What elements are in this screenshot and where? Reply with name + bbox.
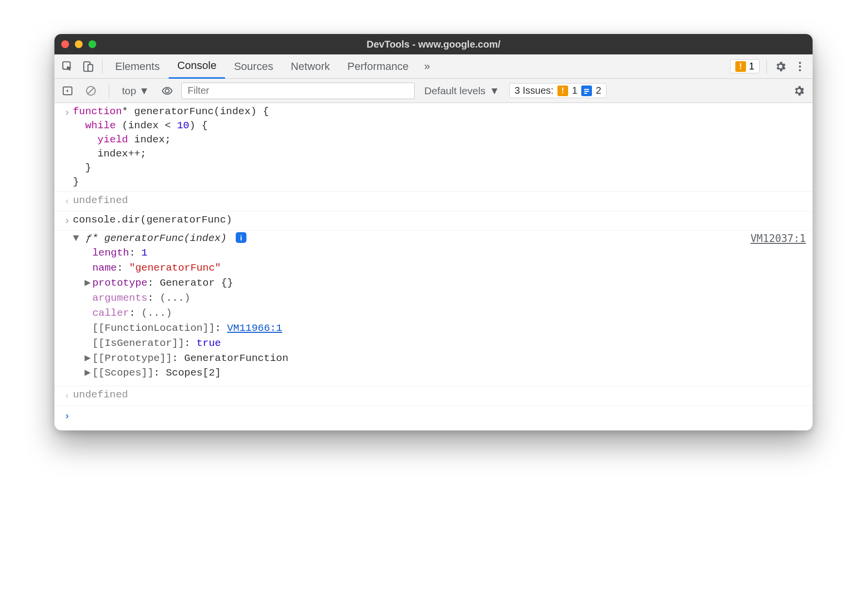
settings-icon[interactable] (771, 57, 790, 76)
object-property[interactable]: name: "generatorFunc" (85, 261, 806, 276)
console-return-row: ‹ undefined (54, 386, 813, 406)
window-title: DevTools - www.google.com/ (54, 39, 813, 50)
property-value: Generator {} (160, 277, 233, 289)
devtools-window: DevTools - www.google.com/ Elements Cons… (54, 34, 813, 430)
object-property[interactable]: length: 1 (85, 246, 806, 261)
return-chevron-icon: ‹ (61, 388, 73, 403)
object-inspector[interactable]: ▼ ƒ* generatorFunc(index) i VM12037:1 le… (54, 231, 813, 387)
console-input-row[interactable]: › console.dir(generatorFunc) (54, 211, 813, 231)
property-key: length (92, 247, 129, 258)
warnings-badge[interactable]: ! 1 (730, 59, 760, 73)
info-icon (581, 86, 592, 96)
return-chevron-icon: ‹ (61, 194, 73, 209)
tabs-overflow-button[interactable]: » (417, 60, 437, 73)
property-key: arguments (92, 292, 147, 304)
titlebar: DevTools - www.google.com/ (54, 34, 813, 54)
tab-sources[interactable]: Sources (225, 54, 282, 79)
object-property[interactable]: [[IsGenerator]]: true (85, 336, 806, 351)
console-toolbar: top ▼ Default levels ▼ 3 Issues: ! 1 2 (54, 79, 813, 103)
object-properties: length: 1name: "generatorFunc"▶prototype… (61, 246, 806, 381)
property-key: [[Prototype]] (92, 353, 172, 364)
chevron-down-icon: ▼ (489, 85, 500, 97)
svg-point-5 (799, 69, 801, 71)
object-property[interactable]: arguments: (...) (85, 291, 806, 306)
svg-rect-2 (88, 64, 93, 71)
disclosure-triangle-icon[interactable]: ▶ (85, 276, 92, 291)
issues-button[interactable]: 3 Issues: ! 1 2 (509, 83, 607, 98)
svg-rect-9 (584, 89, 589, 90)
issues-info-count: 2 (596, 85, 601, 96)
live-expression-icon[interactable] (158, 82, 176, 100)
property-key: caller (92, 308, 129, 319)
object-header: ƒ* generatorFunc(index) (86, 233, 227, 244)
property-value: 1 (141, 247, 148, 258)
disclosure-triangle-icon[interactable]: ▼ (73, 232, 80, 246)
tab-performance[interactable]: Performance (339, 54, 417, 79)
svg-point-8 (165, 89, 169, 93)
property-value: GeneratorFunction (184, 353, 288, 364)
context-label: top (122, 85, 136, 97)
issues-label: 3 Issues: (515, 85, 554, 96)
issues-warn-count: 1 (572, 85, 577, 96)
levels-label: Default levels (424, 85, 486, 97)
property-key: [[IsGenerator]] (92, 338, 184, 349)
device-toggle-icon[interactable] (78, 57, 98, 76)
disclosure-triangle-icon[interactable]: ▶ (85, 366, 92, 380)
filter-field[interactable] (187, 85, 409, 97)
console-settings-icon[interactable] (789, 81, 809, 101)
tab-console[interactable]: Console (169, 54, 226, 79)
log-levels-selector[interactable]: Default levels ▼ (419, 85, 504, 97)
svg-rect-11 (584, 93, 587, 94)
separator (102, 59, 103, 74)
svg-point-4 (799, 65, 801, 67)
code-line: console.dir(generatorFunc) (73, 213, 806, 227)
inspect-icon[interactable] (57, 57, 78, 76)
property-value: Scopes[2] (166, 367, 221, 378)
filter-input[interactable] (181, 83, 415, 99)
context-selector[interactable]: top ▼ (118, 85, 153, 97)
property-value: "generatorFunc" (129, 262, 221, 274)
property-value: (...) (160, 292, 191, 304)
source-link[interactable]: VM12037:1 (750, 232, 806, 246)
tab-network[interactable]: Network (282, 54, 339, 79)
property-key: name (92, 262, 117, 274)
panel-tabs: Elements Console Sources Network Perform… (54, 54, 813, 79)
chevron-down-icon: ▼ (139, 85, 149, 97)
property-value[interactable]: VM11966:1 (227, 323, 282, 334)
property-value: true (196, 338, 221, 349)
prompt-chevron-icon: › (61, 409, 73, 424)
console-prompt[interactable]: › (54, 406, 813, 430)
return-value: undefined (73, 388, 806, 402)
property-key: [[Scopes]] (92, 367, 154, 378)
property-key: prototype (92, 277, 147, 289)
console-sidebar-toggle-icon[interactable] (58, 82, 77, 100)
svg-point-3 (799, 62, 801, 64)
svg-rect-10 (584, 91, 589, 92)
object-property[interactable]: [[FunctionLocation]]: VM11966:1 (85, 321, 806, 336)
clear-console-icon[interactable] (82, 82, 100, 100)
info-badge-icon[interactable]: i (236, 232, 246, 243)
warnings-count: 1 (749, 61, 754, 72)
object-property[interactable]: ▶prototype: Generator {} (85, 276, 806, 291)
console-output: › function* generatorFunc(index) { while… (54, 103, 813, 430)
console-return-row: ‹ undefined (54, 192, 813, 211)
code-block: function* generatorFunc(index) { while (… (73, 105, 806, 189)
tab-elements[interactable]: Elements (106, 54, 169, 79)
warning-icon: ! (735, 61, 746, 72)
property-value: (...) (141, 308, 172, 319)
object-property[interactable]: caller: (...) (85, 306, 806, 321)
console-input-row[interactable]: › function* generatorFunc(index) { while… (54, 103, 813, 192)
warning-icon: ! (557, 86, 568, 96)
input-chevron-icon: › (61, 213, 73, 228)
separator (109, 84, 109, 98)
more-menu-icon[interactable] (790, 57, 810, 76)
separator (766, 59, 767, 74)
property-key: [[FunctionLocation]] (92, 323, 215, 334)
object-property[interactable]: ▶[[Prototype]]: GeneratorFunction (85, 351, 806, 366)
return-value: undefined (73, 194, 806, 208)
disclosure-triangle-icon[interactable]: ▶ (85, 352, 92, 366)
input-chevron-icon: › (61, 105, 73, 120)
object-property[interactable]: ▶[[Scopes]]: Scopes[2] (85, 366, 806, 381)
